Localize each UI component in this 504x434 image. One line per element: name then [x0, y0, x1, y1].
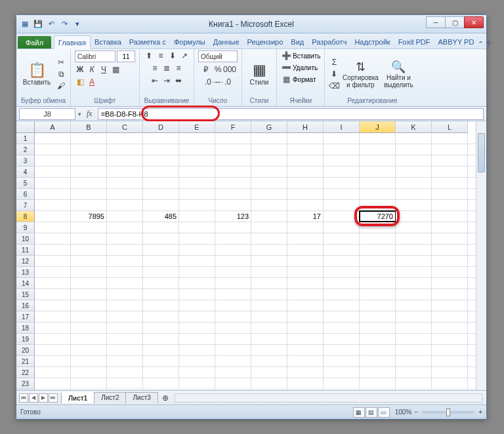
cell[interactable] — [107, 267, 143, 277]
sheet-tab[interactable]: Лист1 — [61, 392, 94, 403]
cell[interactable] — [396, 278, 432, 288]
cell[interactable] — [107, 367, 143, 378]
align-right-icon[interactable]: ≡ — [173, 63, 184, 73]
row-header[interactable]: 10 — [16, 233, 35, 245]
row-header[interactable]: 12 — [16, 256, 35, 267]
cell[interactable] — [179, 367, 215, 378]
cell[interactable] — [107, 345, 143, 355]
column-header[interactable]: K — [396, 121, 432, 133]
cell[interactable] — [251, 222, 287, 233]
cell[interactable] — [179, 233, 215, 244]
cell[interactable] — [251, 289, 287, 300]
clear-icon[interactable]: ⌫ — [329, 81, 339, 91]
cell[interactable] — [360, 300, 396, 311]
cell[interactable] — [179, 144, 215, 155]
sheet-nav-first-icon[interactable]: ⏮ — [19, 393, 28, 403]
vertical-scrollbar[interactable] — [476, 121, 486, 390]
cell[interactable] — [71, 300, 107, 311]
cell[interactable] — [432, 211, 468, 222]
sheet-nav-last-icon[interactable]: ⏭ — [49, 393, 58, 403]
cell[interactable] — [71, 245, 107, 255]
cell[interactable] — [432, 367, 468, 378]
cell[interactable] — [251, 178, 287, 188]
cell[interactable] — [179, 378, 215, 389]
cell[interactable] — [215, 200, 251, 210]
column-header[interactable]: H — [287, 121, 324, 133]
cell[interactable] — [432, 144, 468, 155]
cell[interactable] — [35, 233, 71, 244]
cell[interactable] — [287, 345, 324, 355]
cell[interactable] — [107, 144, 143, 155]
cell[interactable] — [107, 356, 143, 366]
cell[interactable] — [107, 389, 143, 390]
cell[interactable] — [35, 256, 71, 266]
cell[interactable] — [396, 222, 432, 233]
cell[interactable] — [251, 334, 287, 344]
cell[interactable] — [396, 367, 432, 378]
ribbon-tab-1[interactable]: Вставка — [91, 35, 125, 49]
cell[interactable] — [324, 245, 360, 255]
cell[interactable] — [360, 267, 396, 277]
bold-icon[interactable]: Ж — [75, 64, 85, 75]
cell[interactable] — [215, 334, 251, 344]
cell[interactable] — [432, 233, 468, 244]
cell[interactable] — [143, 133, 179, 144]
cell[interactable] — [396, 323, 432, 333]
cell[interactable] — [107, 311, 143, 322]
cell[interactable] — [107, 167, 143, 177]
normal-view-icon[interactable]: ▦ — [353, 407, 365, 418]
cell[interactable] — [71, 356, 107, 366]
cell[interactable] — [71, 378, 107, 389]
cell[interactable] — [360, 334, 396, 344]
cell[interactable] — [143, 155, 179, 166]
merge-icon[interactable]: ⬌ — [173, 75, 184, 86]
row-header[interactable]: 9 — [16, 222, 35, 233]
cell[interactable] — [396, 311, 432, 322]
cell[interactable] — [143, 245, 179, 255]
cell[interactable] — [215, 367, 251, 378]
column-header[interactable]: F — [215, 121, 251, 133]
cell[interactable] — [179, 256, 215, 266]
cell[interactable] — [287, 133, 324, 144]
ribbon-tab-5[interactable]: Рецензиро — [243, 35, 287, 49]
cell[interactable] — [251, 211, 287, 222]
cell[interactable] — [360, 233, 396, 244]
cell[interactable] — [396, 267, 432, 277]
cell[interactable] — [251, 323, 287, 333]
cell[interactable] — [432, 389, 468, 390]
zoom-slider[interactable] — [422, 411, 474, 414]
cell[interactable] — [215, 389, 251, 390]
file-tab[interactable]: Файл — [18, 36, 51, 49]
cell[interactable] — [432, 267, 468, 277]
cell[interactable] — [179, 278, 215, 288]
cell[interactable] — [432, 289, 468, 300]
minimize-ribbon-icon[interactable]: ⌃ — [478, 40, 484, 49]
cell[interactable] — [71, 311, 107, 322]
cell[interactable] — [35, 278, 71, 288]
cell[interactable] — [179, 300, 215, 311]
cell[interactable] — [215, 245, 251, 255]
cell[interactable] — [396, 133, 432, 144]
cell[interactable] — [143, 178, 179, 188]
cell[interactable] — [396, 345, 432, 355]
cell[interactable] — [324, 289, 360, 300]
cell[interactable] — [396, 289, 432, 300]
row-header[interactable]: 3 — [16, 155, 35, 167]
delete-cells-icon[interactable]: ➖ — [281, 62, 291, 73]
cell[interactable] — [287, 278, 324, 288]
cell[interactable]: 7895 — [71, 211, 107, 222]
cell[interactable] — [432, 133, 468, 144]
cell[interactable] — [71, 222, 107, 233]
cell[interactable] — [396, 155, 432, 166]
cell[interactable] — [179, 222, 215, 233]
cell[interactable] — [143, 311, 179, 322]
row-header[interactable]: 17 — [16, 311, 35, 323]
cell[interactable] — [179, 334, 215, 344]
cell[interactable] — [179, 155, 215, 166]
cell[interactable] — [287, 367, 324, 378]
cell[interactable] — [287, 167, 324, 177]
cell[interactable] — [35, 189, 71, 199]
cell[interactable] — [35, 389, 71, 390]
cell[interactable] — [179, 189, 215, 199]
cell[interactable] — [35, 289, 71, 300]
